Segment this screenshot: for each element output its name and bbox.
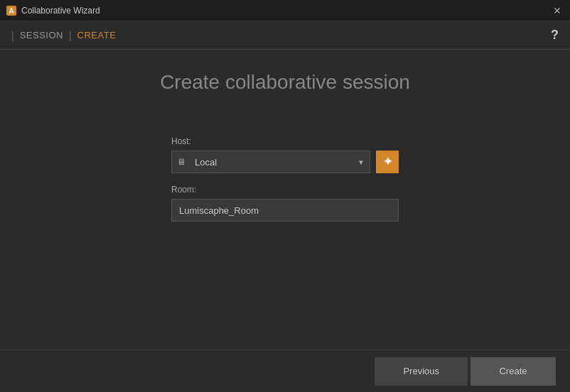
host-label: Host: [171, 136, 399, 146]
title-bar: A Collaborative Wizard ✕ [0, 0, 570, 21]
help-button[interactable]: ? [551, 28, 559, 43]
nav-separator-2: | [69, 30, 72, 41]
main-content: Create collaborative session Host: 🖥 Loc… [0, 50, 570, 349]
room-input[interactable] [171, 199, 399, 222]
close-button[interactable]: ✕ [550, 4, 564, 17]
plus-icon: ✦ [383, 156, 392, 168]
title-bar-left: A Collaborative Wizard [6, 5, 100, 16]
form-container: Host: 🖥 Local ▼ ✦ Room: [171, 136, 399, 236]
host-select[interactable]: Local [171, 151, 370, 173]
app-title: Collaborative Wizard [21, 6, 100, 16]
nav-session[interactable]: SESSION [20, 30, 63, 40]
create-button[interactable]: Create [470, 357, 556, 386]
room-field: Room: [171, 185, 399, 222]
host-row: 🖥 Local ▼ ✦ [171, 151, 399, 173]
host-select-wrapper: 🖥 Local ▼ [171, 151, 370, 173]
svg-text:A: A [9, 7, 14, 15]
room-label: Room: [171, 185, 399, 195]
nav-create[interactable]: CREATE [77, 30, 117, 40]
footer: Previous Create [0, 349, 570, 392]
add-host-button[interactable]: ✦ [376, 151, 399, 173]
nav-bar: | SESSION | CREATE ? [0, 21, 570, 50]
host-field: Host: 🖥 Local ▼ ✦ [171, 136, 399, 185]
previous-button[interactable]: Previous [375, 357, 468, 386]
page-title: Create collaborative session [160, 71, 410, 94]
app-icon: A [6, 5, 17, 16]
nav-separator-1: | [11, 30, 14, 41]
